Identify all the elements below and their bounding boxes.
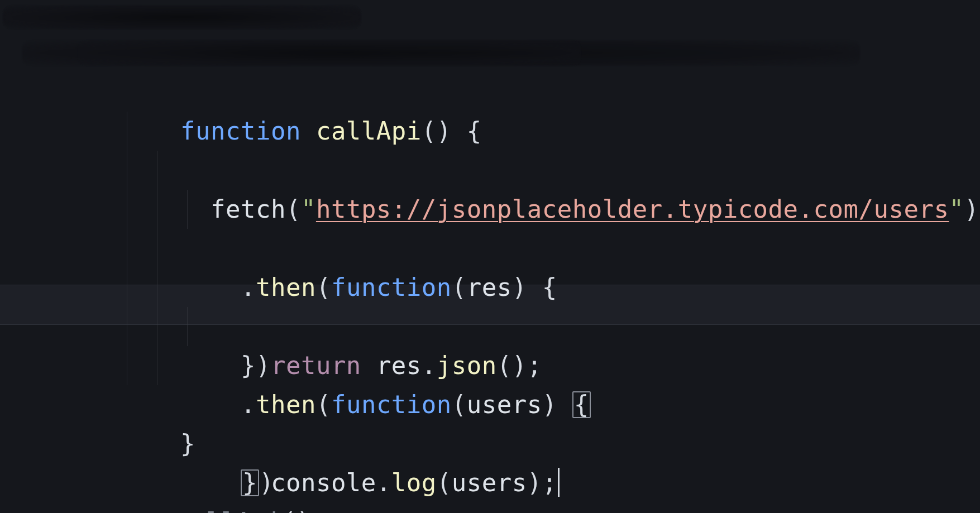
indent-guide — [157, 190, 157, 229]
indent-guide — [127, 307, 127, 346]
code-line[interactable] — [120, 424, 980, 463]
semicolon: ; — [312, 507, 327, 513]
indent-guide — [157, 229, 157, 268]
indent-guide — [157, 307, 157, 346]
code-line[interactable]: .then(function(users) { — [120, 268, 980, 307]
indent-guide — [127, 190, 127, 229]
code-line[interactable]: } — [120, 385, 980, 424]
indent-guide — [157, 346, 157, 385]
indent-guide — [127, 229, 127, 268]
code-line[interactable]: }) — [120, 229, 980, 268]
code-line[interactable]: return res.json(); — [120, 190, 980, 229]
open-paren: ( — [281, 507, 297, 513]
code-line[interactable]: .then(function(res) { — [120, 151, 980, 190]
indent-guide — [127, 112, 127, 151]
code-line[interactable]: function callApi() { — [120, 73, 980, 112]
indent-guide — [187, 190, 188, 229]
indent-guide — [157, 151, 157, 190]
code-line[interactable]: fetch("https://jsonplaceholder.typicode.… — [120, 112, 980, 151]
code-line[interactable]: callApi(); — [120, 463, 980, 502]
code-editor[interactable]: function callApi() { fetch("https://json… — [0, 0, 980, 502]
indent-guide — [157, 268, 157, 307]
indent-guide — [187, 307, 188, 346]
close-paren: ) — [297, 507, 312, 513]
indent-guide — [127, 268, 127, 307]
indent-guide — [127, 151, 127, 190]
code-line[interactable]: }) — [120, 346, 980, 385]
code-line[interactable]: console.log(users); — [120, 307, 980, 346]
indent-guide — [127, 346, 127, 385]
call-callapi: callApi — [176, 507, 281, 513]
